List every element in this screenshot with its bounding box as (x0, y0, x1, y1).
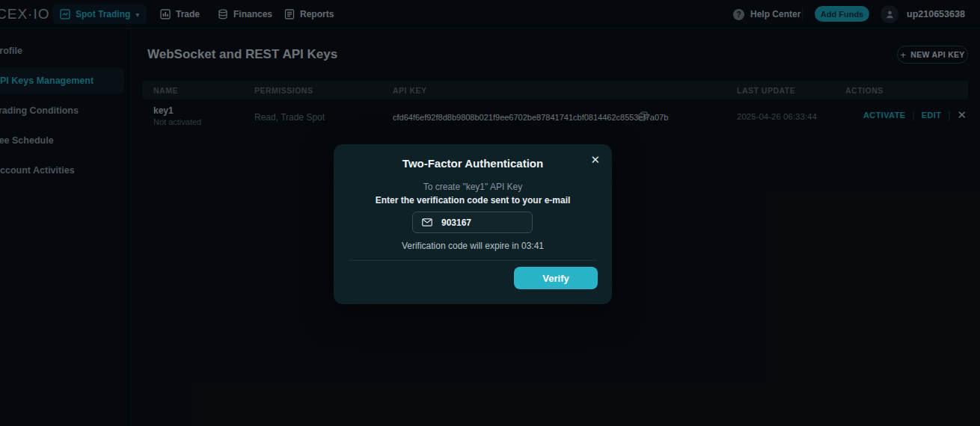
modal-close-icon[interactable]: ✕ (590, 154, 600, 165)
code-expiry-text: Verification code will expire in 03:41 (334, 241, 612, 251)
modal-context-line: To create "key1" API Key (334, 182, 612, 192)
envelope-icon (422, 218, 432, 226)
verification-code-field[interactable] (412, 212, 533, 233)
verification-code-input[interactable] (441, 217, 532, 228)
modal-divider (349, 260, 597, 261)
two-factor-authentication-modal: Two-Factor Authentication ✕ To create "k… (334, 144, 612, 304)
modal-instruction: Enter the verification code sent to your… (334, 195, 612, 206)
verify-button[interactable]: Verify (514, 267, 598, 289)
modal-title: Two-Factor Authentication (334, 157, 612, 170)
